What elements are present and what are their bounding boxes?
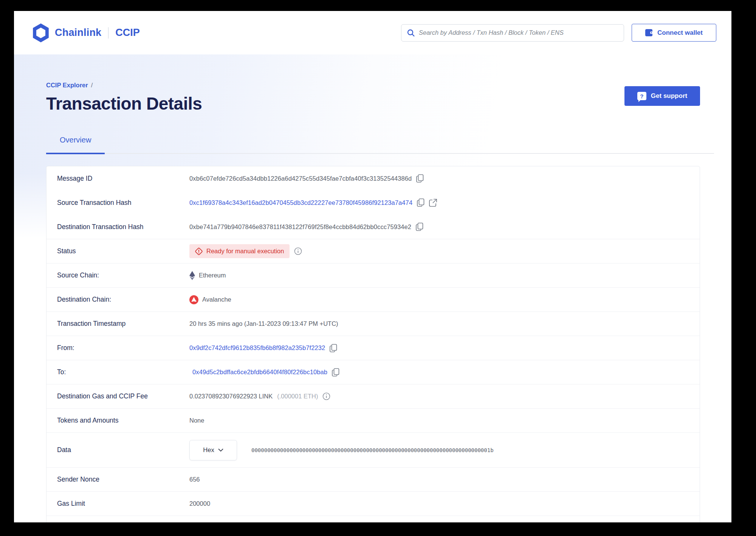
transaction-details-card: Message ID 0xb6c07efde726cd5a34dbb1226a6… <box>46 166 700 522</box>
copy-icon[interactable] <box>332 368 339 376</box>
brand-name: Chainlink <box>55 27 101 39</box>
source-chain-value: Ethereum <box>199 272 226 279</box>
avalanche-icon <box>189 295 198 304</box>
brand[interactable]: Chainlink CCIP <box>32 23 140 42</box>
destination-transaction-hash-value: 0xbe741a779b9407846e837811f438122f769f25… <box>189 223 411 231</box>
get-support-button[interactable]: ? Get support <box>624 86 700 106</box>
row-label: Tokens and Amounts <box>57 417 189 424</box>
app-window: Chainlink CCIP Connect wallet <box>14 11 731 522</box>
row-label: From: <box>57 344 189 352</box>
row-to: To: 0x49d5c2bdffac6ce2bfdb6640f4f80f226b… <box>46 360 700 384</box>
row-message-id: Message ID 0xb6c07efde726cd5a34dbb1226a6… <box>46 166 700 191</box>
data-hex-value: 0000000000000000000000000000000000000000… <box>251 447 494 453</box>
question-bubble-icon: ? <box>637 92 646 100</box>
external-link-icon[interactable] <box>429 199 437 207</box>
sender-nonce-value: 656 <box>189 476 200 483</box>
message-id-value: 0xb6c07efde726cd5a34dbb1226a6d4275c55d34… <box>189 175 412 182</box>
row-label: Message ID <box>57 175 189 183</box>
copy-icon[interactable] <box>330 344 337 352</box>
tab-overview[interactable]: Overview <box>46 136 105 154</box>
from-address-link[interactable]: 0x9df2c742dfcf9612b835fb6b8f982a235b7f22… <box>189 344 325 352</box>
row-tokens-and-amounts: Tokens and Amounts None <box>46 408 700 432</box>
row-source-transaction-hash: Source Transaction Hash 0xc1f69378a4c343… <box>46 191 700 215</box>
row-from: From: 0x9df2c742dfcf9612b835fb6b8f982a23… <box>46 336 700 360</box>
info-icon[interactable] <box>294 247 302 255</box>
row-label: Status <box>57 247 189 255</box>
brand-divider <box>108 27 108 39</box>
row-label: Data <box>57 446 189 454</box>
row-partial-cutoff <box>46 516 700 522</box>
row-label: Destination Transaction Hash <box>57 223 189 231</box>
breadcrumb: CCIP Explorer / <box>46 82 202 89</box>
row-source-chain: Source Chain: Ethereum <box>46 263 700 287</box>
breadcrumb-separator: / <box>91 82 93 89</box>
row-transaction-timestamp: Transaction Timestamp 20 hrs 35 mins ago… <box>46 311 700 336</box>
row-label: Source Chain: <box>57 271 189 279</box>
row-data: Data Hex 0000000000000000000000000000000… <box>46 432 700 467</box>
copy-icon[interactable] <box>416 174 424 183</box>
row-gas-limit: Gas Limit 200000 <box>46 491 700 516</box>
connect-wallet-label: Connect wallet <box>657 29 703 37</box>
row-destination-chain: Destination Chain: Avalanche <box>46 287 700 311</box>
chainlink-logo-icon <box>32 23 50 42</box>
row-label: Destination Gas and CCIP Fee <box>57 392 189 400</box>
copy-icon[interactable] <box>417 198 424 207</box>
row-label: Sender Nonce <box>57 476 189 483</box>
status-badge-label: Ready for manual execution <box>206 248 284 255</box>
top-navbar: Chainlink CCIP Connect wallet <box>14 11 731 54</box>
row-label: Source Transaction Hash <box>57 199 189 207</box>
get-support-label: Get support <box>651 92 687 100</box>
destination-chain-value: Avalanche <box>202 296 231 303</box>
status-badge: Ready for manual execution <box>189 244 290 258</box>
to-address-link[interactable]: 0x49d5c2bdffac6ce2bfdb6640f4f80f226bc10b… <box>192 369 327 376</box>
data-format-selected: Hex <box>203 446 214 454</box>
row-label: To: <box>57 368 189 376</box>
copy-icon[interactable] <box>416 223 423 231</box>
row-destination-transaction-hash: Destination Transaction Hash 0xbe741a779… <box>46 215 700 239</box>
row-label: Gas Limit <box>57 500 189 508</box>
tokens-and-amounts-value: None <box>189 417 204 424</box>
chevron-down-icon <box>218 448 223 452</box>
row-sender-nonce: Sender Nonce 656 <box>46 467 700 491</box>
search-bar[interactable] <box>401 24 624 42</box>
row-label: Transaction Timestamp <box>57 320 189 328</box>
ethereum-icon <box>189 271 195 280</box>
brand-product: CCIP <box>115 27 140 39</box>
info-icon[interactable] <box>322 392 330 400</box>
search-input[interactable] <box>419 29 618 36</box>
search-icon <box>407 29 415 37</box>
wallet-icon <box>645 29 653 36</box>
main-content: CCIP Explorer / Transaction Details ? Ge… <box>14 54 731 522</box>
transaction-timestamp-value: 20 hrs 35 mins ago (Jan-11-2023 09:13:47… <box>189 320 338 327</box>
connect-wallet-button[interactable]: Connect wallet <box>632 24 716 42</box>
alert-diamond-icon <box>195 248 203 255</box>
page-title: Transaction Details <box>46 93 202 114</box>
data-format-select[interactable]: Hex <box>189 440 237 460</box>
row-label: Destination Chain: <box>57 296 189 304</box>
gas-limit-value: 200000 <box>189 500 210 507</box>
fee-value: 0.023708923076922923 LINK <box>189 393 273 400</box>
row-destination-gas-and-ccip-fee: Destination Gas and CCIP Fee 0.023708923… <box>46 384 700 408</box>
tab-bar: Overview <box>46 136 714 154</box>
fee-eth-equivalent: (.000001 ETH) <box>277 393 318 400</box>
breadcrumb-ccip-explorer-link[interactable]: CCIP Explorer <box>46 82 88 89</box>
source-transaction-hash-link[interactable]: 0xc1f69378a4c343ef16ad2b0470455db3cd2222… <box>189 199 412 206</box>
row-status: Status Ready for manual execution <box>46 239 700 263</box>
